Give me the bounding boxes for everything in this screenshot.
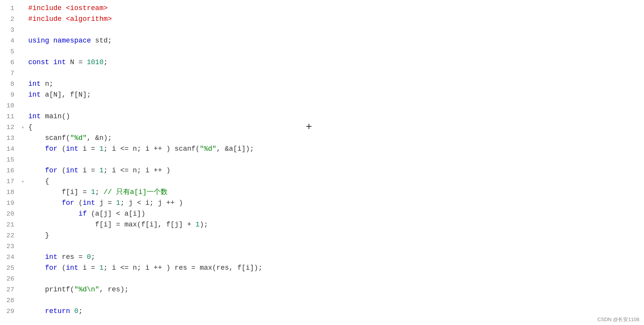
line-content: using namespace std; xyxy=(27,36,644,46)
code-line-25: 25 for (int i = 1; i <= n; i ++ ) res = … xyxy=(0,263,644,274)
code-line-9: 9int a[N], f[N]; xyxy=(0,90,644,100)
token: 1 xyxy=(91,188,95,196)
line-number: 25 xyxy=(0,263,21,273)
token: // 只有a[i]一个数 xyxy=(103,188,168,196)
line-content xyxy=(27,155,644,165)
token: f[i] = xyxy=(28,188,91,196)
token: ; xyxy=(91,253,95,261)
token: N = xyxy=(66,58,87,66)
line-content: int a[N], f[N]; xyxy=(27,90,644,100)
line-number: 18 xyxy=(0,187,21,197)
code-line-22: 22 } xyxy=(0,230,644,241)
token: 1 xyxy=(99,167,104,174)
token: ; xyxy=(103,58,108,66)
token: ; i <= n; i ++ ) scanf( xyxy=(103,145,199,153)
token xyxy=(28,307,45,315)
line-content: if (a[j] < a[i]) xyxy=(27,209,644,220)
token xyxy=(28,264,45,272)
line-number: 1 xyxy=(0,3,21,14)
line-content: #include <algorithm> xyxy=(27,14,644,25)
line-number: 17 xyxy=(0,177,21,187)
token: { xyxy=(28,123,33,131)
token: const xyxy=(28,58,49,66)
code-line-14: 14 for (int i = 1; i <= n; i ++ ) scanf(… xyxy=(0,144,644,155)
code-line-23: 23 xyxy=(0,241,644,252)
line-number: 21 xyxy=(0,220,21,230)
line-number: 15 xyxy=(0,155,21,165)
line-content: printf("%d\n", res); xyxy=(27,284,644,295)
line-content: scanf("%d", &n); xyxy=(27,133,644,144)
token: a[N], f[N]; xyxy=(41,91,91,99)
token: int xyxy=(66,145,78,153)
code-line-24: 24 int res = 0; xyxy=(0,252,644,263)
token: i = xyxy=(79,167,99,174)
fold-marker: ▾ xyxy=(21,178,27,186)
line-content: int main() xyxy=(27,111,644,122)
plus-icon: + xyxy=(306,118,312,134)
token: printf( xyxy=(28,286,74,293)
token: 0 xyxy=(87,253,91,261)
code-line-13: 13 scanf("%d", &n); xyxy=(0,133,644,144)
code-line-18: 18 f[i] = 1; // 只有a[i]一个数 xyxy=(0,187,644,198)
token: ( xyxy=(58,264,66,272)
token: int xyxy=(66,167,78,174)
line-number: 7 xyxy=(0,68,21,78)
code-line-21: 21 f[i] = max(f[i], f[j] + 1); xyxy=(0,220,644,230)
line-number: 6 xyxy=(0,58,21,68)
token: 1 xyxy=(195,221,200,228)
line-number: 10 xyxy=(0,101,21,111)
token: 1010 xyxy=(87,58,103,66)
code-line-10: 10 xyxy=(0,100,644,111)
code-line-12: 12▾{ xyxy=(0,122,644,133)
line-content xyxy=(27,241,644,252)
token: std; xyxy=(95,37,112,44)
token: ; i <= n; i ++ ) xyxy=(103,167,170,174)
line-content: #include <iostream> xyxy=(27,3,644,14)
token: 1 xyxy=(99,145,104,153)
code-line-29: 29 return 0; xyxy=(0,306,644,317)
token: } xyxy=(28,231,49,239)
line-content: int res = 0; xyxy=(27,252,644,263)
token: int xyxy=(82,199,95,207)
code-line-6: 6const int N = 1010; xyxy=(0,57,644,68)
token: if xyxy=(79,210,87,218)
fold-marker: ▾ xyxy=(21,124,27,132)
token: ); xyxy=(200,221,208,228)
token: namespace xyxy=(49,37,95,44)
code-line-1: 1#include <iostream> xyxy=(0,3,644,14)
code-line-4: 4using namespace std; xyxy=(0,36,644,46)
code-line-20: 20 if (a[j] < a[i]) xyxy=(0,209,644,220)
code-lines: 1#include <iostream>2#include <algorithm… xyxy=(0,3,644,317)
line-content: } xyxy=(27,230,644,241)
token xyxy=(28,253,45,261)
token: for xyxy=(62,199,74,207)
line-number: 20 xyxy=(0,209,21,219)
token: int xyxy=(28,91,41,99)
line-number: 27 xyxy=(0,285,21,295)
line-number: 19 xyxy=(0,198,21,208)
token: #include <algorithm> xyxy=(28,15,112,23)
token: using xyxy=(28,37,49,44)
token xyxy=(70,307,74,315)
line-content: return 0; xyxy=(27,306,644,317)
code-line-17: 17▾ { xyxy=(0,176,644,187)
token: 1 xyxy=(116,199,120,207)
line-number: 8 xyxy=(0,79,21,89)
token: ( xyxy=(58,145,66,153)
code-line-7: 7 xyxy=(0,68,644,79)
token: 1 xyxy=(99,264,104,272)
token: ; i <= n; i ++ ) res = max(res, f[i]); xyxy=(103,264,262,272)
token: for xyxy=(45,264,57,272)
token: int xyxy=(53,58,66,66)
token: (a[j] < a[i]) xyxy=(87,210,145,218)
line-content: { xyxy=(27,122,644,133)
token xyxy=(49,58,53,66)
token xyxy=(28,167,45,174)
code-line-11: 11int main() xyxy=(0,111,644,122)
line-number: 14 xyxy=(0,144,21,154)
line-content xyxy=(27,25,644,36)
code-line-28: 28 xyxy=(0,295,644,306)
footer-text: CSDN @长安1108 xyxy=(597,316,639,322)
token: for xyxy=(45,145,57,153)
token: "%d\n" xyxy=(74,286,99,293)
